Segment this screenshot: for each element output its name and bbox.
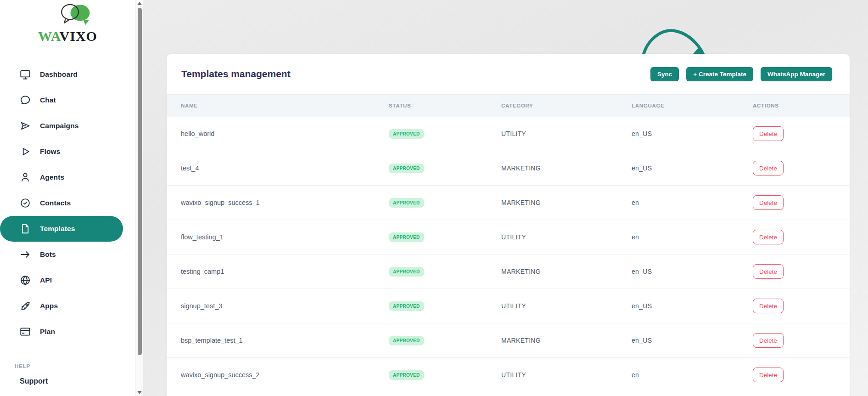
sidebar-item-support[interactable]: Support	[20, 377, 135, 385]
globe-icon	[19, 274, 31, 286]
sync-button[interactable]: Sync	[650, 67, 679, 81]
table-row: test_4 APPROVED MARKETING en_US Delete	[167, 151, 850, 186]
whatsapp-manager-button[interactable]: WhatsApp Manager	[761, 67, 832, 81]
table-row: wavixo_signup_success_1 APPROVED MARKETI…	[167, 186, 850, 220]
template-name: hello_world	[181, 130, 389, 137]
sidebar-item-api[interactable]: API	[0, 267, 135, 293]
language-cell: en_US	[632, 164, 753, 172]
templates-table: NAMESTATUSCATEGORYLANGUAGEACTIONS hello_…	[167, 94, 850, 392]
status-badge: APPROVED	[389, 336, 424, 345]
template-name: signup_test_3	[181, 302, 389, 310]
table-row: bsp_template_test_1 APPROVED MARKETING e…	[167, 323, 850, 358]
header-actions: Sync + Create Template WhatsApp Manager	[650, 67, 832, 81]
column-header-category: CATEGORY	[501, 103, 632, 108]
table-row: signup_test_3 APPROVED UTILITY en_US Del…	[167, 289, 850, 323]
document-icon	[19, 223, 31, 235]
status-badge: APPROVED	[389, 267, 424, 277]
play-icon	[19, 146, 31, 158]
language-cell: en	[632, 371, 753, 379]
sidebar-item-flows[interactable]: Flows	[0, 139, 135, 164]
status-badge: APPROVED	[389, 301, 424, 311]
templates-card: Templates management Sync + Create Templ…	[167, 54, 850, 396]
chat-bubble-icon	[19, 94, 31, 106]
main-content: Templates management Sync + Create Templ…	[143, 0, 868, 396]
template-name: test_4	[181, 164, 389, 172]
table-row: hello_world APPROVED UTILITY en_US Delet…	[167, 117, 850, 151]
rocket-icon	[19, 300, 31, 312]
category-cell: UTILITY	[501, 302, 632, 310]
arrow-right-icon	[19, 249, 31, 260]
category-cell: MARKETING	[501, 164, 632, 172]
sidebar-item-campaigns[interactable]: Campaigns	[0, 113, 135, 139]
sidebar: WAVIXO Dashboard Chat Campaigns Flows Ag…	[0, 0, 135, 396]
category-cell: MARKETING	[501, 337, 632, 344]
table-body: hello_world APPROVED UTILITY en_US Delet…	[167, 117, 850, 392]
status-badge: APPROVED	[389, 370, 424, 380]
sidebar-item-contacts[interactable]: Contacts	[0, 190, 135, 216]
brand-name-secondary: VIXO	[60, 28, 97, 44]
sidebar-item-apps[interactable]: Apps	[0, 293, 135, 319]
person-icon	[19, 171, 31, 183]
category-cell: MARKETING	[501, 268, 632, 275]
sidebar-item-plan[interactable]: Plan	[0, 319, 135, 345]
create-template-button[interactable]: + Create Template	[686, 67, 753, 81]
language-cell: en_US	[632, 337, 753, 344]
status-badge: APPROVED	[389, 164, 424, 173]
table-row: testing_camp1 APPROVED MARKETING en_US D…	[167, 255, 850, 289]
category-cell: UTILITY	[501, 130, 632, 137]
brand-logo: WAVIXO	[27, 3, 109, 43]
sidebar-item-dashboard[interactable]: Dashboard	[0, 62, 135, 87]
status-badge: APPROVED	[389, 232, 424, 242]
sidebar-item-bots[interactable]: Bots	[0, 242, 135, 267]
column-header-language: LANGUAGE	[632, 103, 753, 108]
scrollbar-down-arrow-icon[interactable]	[137, 391, 142, 394]
status-badge: APPROVED	[389, 198, 424, 208]
language-cell: en_US	[632, 130, 753, 137]
badge-check-icon	[19, 197, 31, 209]
table-row: wavixo_signup_success_2 APPROVED UTILITY…	[167, 358, 850, 392]
scrollbar-thumb[interactable]	[138, 8, 142, 355]
language-cell: en_US	[632, 268, 753, 275]
sidebar-item-chat[interactable]: Chat	[0, 87, 135, 113]
category-cell: MARKETING	[501, 199, 632, 206]
status-badge: APPROVED	[389, 129, 424, 139]
delete-button[interactable]: Delete	[753, 264, 784, 279]
delete-button[interactable]: Delete	[753, 126, 784, 141]
language-cell: en	[632, 233, 753, 241]
delete-button[interactable]: Delete	[753, 299, 784, 313]
language-cell: en_US	[632, 302, 753, 310]
credit-card-icon	[19, 326, 31, 338]
column-header-status: STATUS	[389, 103, 501, 108]
sidebar-scrollbar[interactable]	[135, 0, 143, 396]
help-section-label: HELP	[15, 363, 135, 369]
sidebar-nav: Dashboard Chat Campaigns Flows Agents Co…	[0, 62, 135, 345]
delete-button[interactable]: Delete	[753, 333, 784, 348]
template-name: testing_camp1	[181, 268, 389, 275]
template-name: flow_testing_1	[181, 233, 389, 241]
template-name: wavixo_signup_success_2	[181, 371, 389, 379]
category-cell: UTILITY	[501, 371, 632, 379]
delete-button[interactable]: Delete	[753, 161, 784, 175]
sidebar-item-templates[interactable]: Templates	[0, 216, 123, 242]
delete-button[interactable]: Delete	[753, 230, 784, 244]
template-name: wavixo_signup_success_1	[181, 199, 389, 206]
scrollbar-up-arrow-icon[interactable]	[137, 2, 142, 5]
page-title: Templates management	[181, 68, 650, 79]
brand-name: WAVIXO	[27, 29, 109, 43]
chat-bubbles-logo-icon	[53, 3, 97, 28]
delete-button[interactable]: Delete	[753, 195, 784, 210]
card-header: Templates management Sync + Create Templ…	[167, 54, 850, 94]
brand-name-primary: WA	[38, 28, 59, 44]
table-row: flow_testing_1 APPROVED UTILITY en Delet…	[167, 220, 850, 255]
monitor-icon	[19, 68, 31, 80]
column-header-name: NAME	[181, 103, 389, 108]
language-cell: en	[632, 199, 753, 206]
column-header-actions: ACTIONS	[753, 103, 850, 108]
sidebar-divider	[14, 354, 122, 354]
template-name: bsp_template_test_1	[181, 337, 389, 344]
sidebar-item-agents[interactable]: Agents	[0, 164, 135, 190]
category-cell: UTILITY	[501, 233, 632, 241]
table-header-row: NAMESTATUSCATEGORYLANGUAGEACTIONS	[167, 94, 850, 117]
send-icon	[19, 120, 31, 132]
delete-button[interactable]: Delete	[753, 368, 784, 382]
